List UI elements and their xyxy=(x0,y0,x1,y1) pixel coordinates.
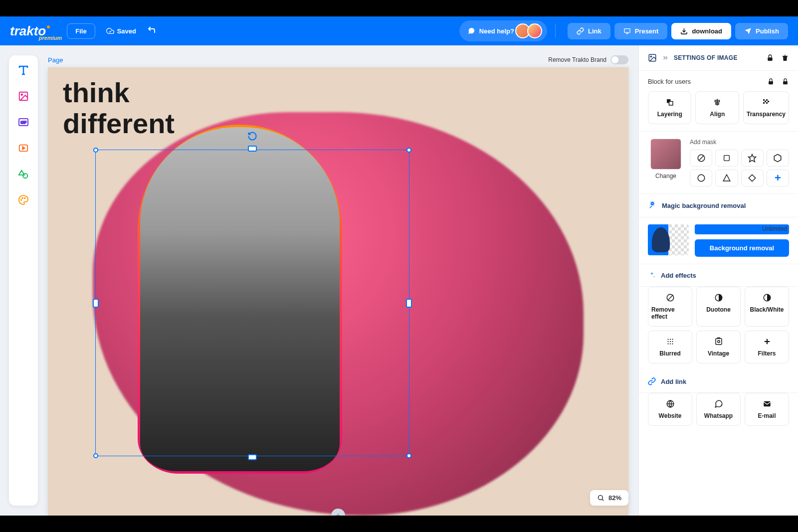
bw-button[interactable]: Black/White xyxy=(745,287,789,327)
layering-button[interactable]: Layering xyxy=(648,91,691,124)
whatsapp-link-button[interactable]: Whatsapp xyxy=(696,393,741,426)
whatsapp-icon xyxy=(714,399,723,408)
selection-box[interactable] xyxy=(95,150,409,456)
svg-marker-11 xyxy=(22,147,25,150)
mask-square[interactable] xyxy=(715,150,738,167)
resize-handle[interactable] xyxy=(406,453,411,458)
trash-icon[interactable] xyxy=(781,54,789,62)
resize-handle[interactable] xyxy=(406,148,411,153)
svg-rect-31 xyxy=(765,101,766,102)
svg-line-43 xyxy=(650,206,652,208)
svg-point-50 xyxy=(672,339,673,340)
resize-edge[interactable] xyxy=(248,454,257,460)
svg-point-15 xyxy=(22,197,23,198)
transparency-button[interactable]: Transparency xyxy=(743,91,789,124)
add-effects-row[interactable]: Add effects xyxy=(639,264,798,287)
publish-button[interactable]: Publish xyxy=(735,23,788,39)
gif-tool[interactable]: GIF xyxy=(17,116,29,128)
globe-icon xyxy=(666,399,675,408)
change-button[interactable]: Change xyxy=(655,173,676,179)
svg-rect-25 xyxy=(669,102,673,106)
undo-button[interactable] xyxy=(147,25,156,37)
mask-diamond[interactable] xyxy=(741,170,764,186)
add-link-row[interactable]: Add link xyxy=(639,370,798,393)
text-tool[interactable] xyxy=(17,64,29,76)
cloud-icon xyxy=(106,27,114,35)
svg-marker-38 xyxy=(749,155,756,162)
link-button[interactable]: Link xyxy=(568,23,610,39)
svg-marker-39 xyxy=(775,155,782,162)
mask-hexagon[interactable] xyxy=(767,150,789,167)
design-canvas[interactable]: think different + xyxy=(48,67,628,516)
remove-effect-button[interactable]: Remove effect xyxy=(648,287,692,327)
video-tool[interactable] xyxy=(17,142,29,154)
email-link-button[interactable]: E-mail xyxy=(745,393,789,426)
svg-point-52 xyxy=(669,341,670,342)
resize-edge[interactable] xyxy=(93,299,99,308)
svg-point-20 xyxy=(650,56,651,57)
svg-point-53 xyxy=(672,341,673,342)
mask-add[interactable]: + xyxy=(767,170,789,186)
file-button[interactable]: File xyxy=(67,23,95,39)
resize-edge[interactable] xyxy=(248,146,257,152)
image-tool[interactable] xyxy=(17,90,29,102)
left-toolbar: GIF xyxy=(9,55,38,506)
image-thumbnail[interactable] xyxy=(650,139,681,170)
present-icon xyxy=(623,27,631,35)
lock-icon[interactable] xyxy=(766,54,774,62)
svg-rect-0 xyxy=(624,28,630,32)
send-icon xyxy=(744,27,752,35)
duotone-button[interactable]: Duotone xyxy=(696,287,741,327)
resize-handle[interactable] xyxy=(93,148,98,153)
palette-tool[interactable] xyxy=(17,194,29,206)
mask-star[interactable] xyxy=(741,150,764,167)
page-label[interactable]: Page xyxy=(48,56,63,64)
resize-handle[interactable] xyxy=(93,453,98,458)
svg-point-54 xyxy=(667,343,668,344)
filters-button[interactable]: Filters xyxy=(745,331,789,363)
svg-point-40 xyxy=(698,175,705,181)
shapes-tool[interactable] xyxy=(17,168,29,180)
align-button[interactable]: Align xyxy=(695,91,739,124)
svg-point-56 xyxy=(672,343,673,344)
canvas-area: Page Remove Trakto Brand think different xyxy=(38,45,638,516)
remove-brand-toggle[interactable]: Remove Trakto Brand xyxy=(548,55,628,64)
blurred-button[interactable]: Blurred xyxy=(648,331,692,363)
download-icon xyxy=(680,27,688,35)
resize-edge[interactable] xyxy=(406,299,412,308)
svg-point-7 xyxy=(21,94,22,95)
svg-point-48 xyxy=(667,339,668,340)
mask-triangle[interactable] xyxy=(715,170,738,186)
chat-icon xyxy=(467,27,475,35)
download-button[interactable]: download xyxy=(671,23,731,39)
lock-icon[interactable] xyxy=(767,78,775,85)
zoom-control[interactable]: 82% xyxy=(590,490,628,506)
mask-circle[interactable] xyxy=(690,170,712,186)
lock-icon[interactable] xyxy=(782,78,789,85)
svg-point-49 xyxy=(669,339,670,340)
svg-line-36 xyxy=(698,156,704,161)
mask-none[interactable] xyxy=(690,150,712,167)
chevrons-right-icon[interactable] xyxy=(662,54,669,61)
help-button[interactable]: Need help? xyxy=(459,20,547,41)
vintage-button[interactable]: Vintage xyxy=(696,331,741,363)
svg-rect-30 xyxy=(766,99,768,101)
present-button[interactable]: Present xyxy=(614,23,668,39)
premium-badge: premium xyxy=(39,35,62,41)
svg-marker-42 xyxy=(749,175,756,181)
svg-rect-34 xyxy=(766,102,768,104)
none-icon xyxy=(666,293,675,302)
panel-title: SETTINGS OF IMAGE xyxy=(674,54,761,61)
bg-removal-button[interactable]: Background removal xyxy=(695,239,789,257)
mail-icon xyxy=(763,399,772,408)
add-mask-label: Add mask xyxy=(690,139,789,146)
magic-bg-row[interactable]: Magic background removal xyxy=(639,194,798,217)
rotate-handle[interactable] xyxy=(247,131,257,144)
canvas-headline[interactable]: think different xyxy=(63,77,175,139)
svg-line-18 xyxy=(602,499,603,501)
toggle-switch[interactable] xyxy=(610,55,628,64)
svg-point-14 xyxy=(21,199,22,200)
website-link-button[interactable]: Website xyxy=(648,393,692,426)
bg-removal-preview xyxy=(648,224,689,255)
vintage-icon xyxy=(714,337,723,346)
